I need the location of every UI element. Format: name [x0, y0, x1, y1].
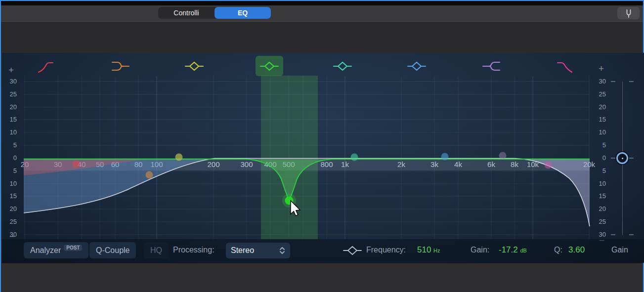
- gain-slider-label: Gain: [611, 246, 628, 254]
- select-chevrons-icon: [279, 247, 285, 254]
- db-tick-label: 10: [4, 128, 17, 136]
- bell-icon: [258, 57, 281, 75]
- db-tick-label: 25: [593, 218, 606, 225]
- gain-slider-knob[interactable]: [616, 152, 628, 164]
- db-tick-label: 20: [4, 205, 17, 212]
- db-tick-label: 20: [593, 205, 606, 212]
- plugin-footer-area: [1, 263, 643, 292]
- view-tabbar: Controlli EQ: [1, 5, 643, 23]
- band-6-bell-button[interactable]: [403, 56, 430, 76]
- bell-icon: [182, 57, 206, 75]
- db-tick-label: 15: [593, 116, 606, 123]
- bell-band-icon: [342, 244, 363, 257]
- db-tick-label: 5: [593, 167, 606, 174]
- eq-display[interactable]: [2, 53, 644, 263]
- band-2-low-shelf-button[interactable]: [107, 56, 134, 76]
- plugin-header-area: [1, 23, 643, 53]
- bell-icon: [331, 57, 354, 75]
- band-1-highpass-button[interactable]: [32, 56, 59, 76]
- q-readout-value[interactable]: 3.60: [568, 245, 585, 255]
- slider-tick: [611, 158, 615, 159]
- db-tick-label: 15: [4, 192, 17, 200]
- db-tick-label: 25: [4, 218, 17, 225]
- low-shelf-icon: [109, 57, 132, 75]
- gain-readout-label: Gain:: [471, 246, 489, 254]
- processing-label: Processing:: [173, 246, 215, 254]
- window-top-strip: [1, 1, 643, 5]
- db-tick-label: 30: [593, 78, 606, 85]
- band-7-high-shelf-button[interactable]: [477, 56, 505, 76]
- high-shelf-icon: [479, 57, 503, 75]
- db-tick-label: 20: [4, 103, 17, 111]
- analyzer-label: Analyzer: [30, 246, 61, 255]
- gain-unit: dB: [520, 248, 526, 253]
- processing-value: Stereo: [231, 246, 254, 255]
- band-8-lowpass-button[interactable]: [551, 56, 579, 76]
- db-tick-label: 10: [593, 180, 606, 187]
- analyzer-button[interactable]: Analyzer POST: [24, 242, 88, 258]
- q-couple-label: Q-Couple: [96, 246, 129, 255]
- db-tick-label: 30: [4, 78, 17, 85]
- hq-button[interactable]: HQ: [144, 242, 169, 258]
- slider-tick: [611, 81, 615, 82]
- plugin-window: Controlli EQ 203040506080100200300400500…: [0, 0, 644, 292]
- hq-label: HQ: [150, 246, 162, 255]
- db-tick-label: 10: [4, 180, 17, 187]
- bell-icon: [405, 57, 429, 75]
- tuning-fork-button[interactable]: [617, 7, 640, 19]
- db-tick-label: 20: [593, 103, 606, 111]
- scale-zoom-plus-right[interactable]: +: [599, 63, 604, 74]
- highpass-icon: [34, 57, 57, 75]
- band-5-bell-button[interactable]: [329, 56, 356, 76]
- db-tick-label: 25: [4, 90, 17, 98]
- db-tick-label: 15: [593, 192, 606, 200]
- slider-tick: [629, 158, 634, 159]
- analyzer-post-badge[interactable]: POST: [64, 245, 82, 251]
- db-tick-label: 15: [4, 116, 17, 123]
- slider-tick: [611, 234, 615, 235]
- gain-readout-value[interactable]: -17.2 dB: [499, 245, 527, 255]
- frequency-value[interactable]: 510 Hz: [417, 245, 440, 255]
- db-tick-label: 0: [4, 154, 17, 162]
- bottom-control-bar: Analyzer POST Q-Couple HQ Processing: St…: [2, 239, 644, 263]
- slider-tick: [629, 81, 634, 82]
- processing-select[interactable]: Stereo: [226, 243, 290, 258]
- tuning-fork-icon: [624, 8, 634, 18]
- band-3-bell-button[interactable]: [180, 56, 208, 76]
- q-couple-button[interactable]: Q-Couple: [89, 242, 136, 258]
- db-tick-label: 5: [4, 167, 17, 174]
- band-4-bell-button[interactable]: [256, 56, 283, 76]
- scale-zoom-plus-left[interactable]: +: [8, 65, 14, 76]
- db-tick-label: 5: [4, 141, 17, 149]
- tab-controlli[interactable]: Controlli: [158, 7, 215, 19]
- q-readout-label: Q:: [554, 246, 562, 254]
- selected-band-column-highlight: [261, 76, 318, 239]
- frequency-unit: Hz: [433, 248, 440, 253]
- tab-eq[interactable]: EQ: [215, 7, 271, 19]
- db-tick-label: 10: [593, 128, 606, 136]
- db-tick-label: 5: [593, 141, 606, 149]
- view-segmented-control: Controlli EQ: [158, 7, 271, 19]
- lowpass-icon: [553, 57, 577, 75]
- db-tick-label: 0: [593, 154, 606, 162]
- slider-tick: [629, 234, 634, 235]
- frequency-label: Frequency:: [366, 246, 406, 254]
- db-tick-label: 25: [593, 90, 606, 98]
